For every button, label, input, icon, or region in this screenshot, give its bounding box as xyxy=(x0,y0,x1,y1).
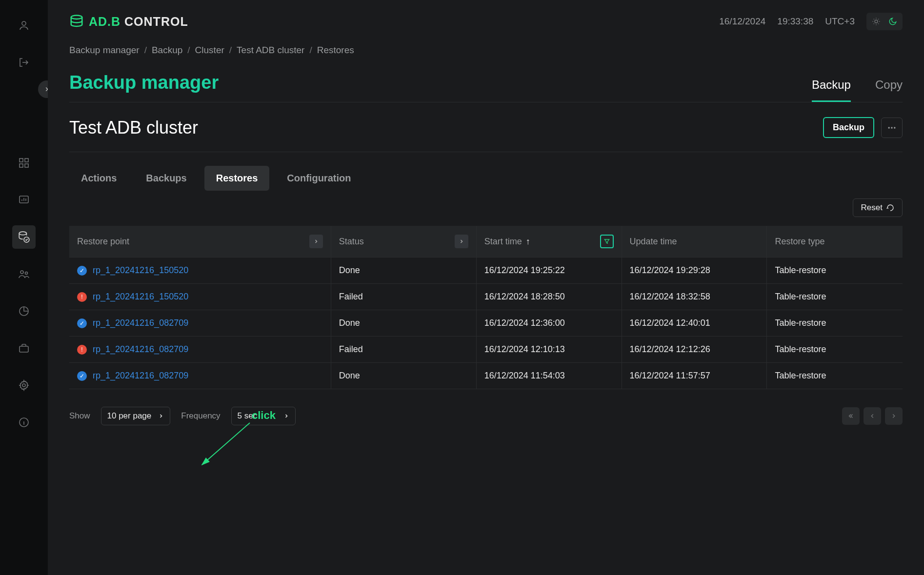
topbar-timezone: UTC+3 xyxy=(825,16,855,27)
table-row: ✓rp_1_20241216_082709Done16/12/2024 12:3… xyxy=(69,310,903,337)
pager-right xyxy=(842,407,903,425)
pager-next-button[interactable] xyxy=(885,407,903,425)
svg-rect-3 xyxy=(20,164,23,167)
status-ok-icon: ✓ xyxy=(77,371,87,381)
cell-update-time: 16/12/2024 12:12:26 xyxy=(622,337,767,363)
show-select[interactable]: 10 per page xyxy=(101,407,171,425)
sub-tabs: Actions Backups Restores Configuration xyxy=(69,166,903,191)
col-restore-point[interactable]: Restore point xyxy=(77,237,129,247)
status-fail-icon: ! xyxy=(77,292,87,302)
cell-restore-type: Table-restore xyxy=(767,363,903,389)
tab-copy[interactable]: Copy xyxy=(875,78,903,102)
status-ok-icon: ✓ xyxy=(77,318,87,328)
reset-button[interactable]: Reset xyxy=(853,198,903,217)
svg-point-16 xyxy=(888,127,890,128)
col-start-time[interactable]: Start time↑ xyxy=(484,237,530,247)
chevron-right-icon xyxy=(158,413,164,419)
cell-restore-type: Table-restore xyxy=(767,258,903,284)
cell-update-time: 16/12/2024 18:32:58 xyxy=(622,284,767,310)
cluster-header: Test ADB cluster Backup xyxy=(69,117,903,152)
tab-backup[interactable]: Backup xyxy=(812,78,851,102)
pager-prev-button[interactable] xyxy=(864,407,881,425)
cell-update-time: 16/12/2024 11:57:57 xyxy=(622,363,767,389)
svg-line-19 xyxy=(202,423,250,465)
cluster-title: Test ADB cluster xyxy=(69,118,198,138)
sidebar-user-icon[interactable] xyxy=(12,14,36,37)
table-row: !rp_1_20241216_082709Failed16/12/2024 12… xyxy=(69,337,903,363)
breadcrumb-item[interactable]: Backup manager xyxy=(69,45,140,56)
topbar-right: 16/12/2024 19:33:38 UTC+3 xyxy=(719,13,903,30)
svg-rect-4 xyxy=(25,164,28,167)
subtab-actions[interactable]: Actions xyxy=(69,166,128,191)
col-update-time[interactable]: Update time xyxy=(630,237,677,247)
cell-start-time: 16/12/2024 19:25:22 xyxy=(476,258,622,284)
more-actions-button[interactable] xyxy=(881,118,903,138)
page-head: Backup manager Backup Copy xyxy=(69,72,903,102)
reset-button-label: Reset xyxy=(861,203,883,213)
subtab-configuration[interactable]: Configuration xyxy=(275,166,362,191)
sidebar-dashboard-icon[interactable] xyxy=(12,151,36,175)
col-status[interactable]: Status xyxy=(339,237,364,247)
table-row: !rp_1_20241216_150520Failed16/12/2024 18… xyxy=(69,284,903,310)
theme-light-button[interactable] xyxy=(868,15,884,28)
main-panel: AD.B CONTROL 16/12/2024 19:33:38 UTC+3 B… xyxy=(48,0,924,575)
svg-point-14 xyxy=(71,16,82,20)
page-title: Backup manager xyxy=(69,72,219,102)
svg-rect-2 xyxy=(25,159,28,162)
cell-update-time: 16/12/2024 12:40:01 xyxy=(622,310,767,337)
col-restore-type[interactable]: Restore type xyxy=(775,237,824,247)
topbar-date: 16/12/2024 xyxy=(719,16,765,27)
restore-point-link[interactable]: rp_1_20241216_150520 xyxy=(93,292,188,302)
sidebar-jobs-icon[interactable] xyxy=(12,337,36,360)
pager-first-button[interactable] xyxy=(842,407,860,425)
cell-start-time: 16/12/2024 11:54:03 xyxy=(476,363,622,389)
cell-status: Done xyxy=(331,310,476,337)
table-row: ✓rp_1_20241216_150520Done16/12/2024 19:2… xyxy=(69,258,903,284)
breadcrumb-item[interactable]: Test ADB cluster xyxy=(237,45,304,56)
sidebar-users-icon[interactable] xyxy=(12,262,36,286)
col-expand-icon[interactable] xyxy=(309,235,323,248)
cell-restore-type: Table-restore xyxy=(767,284,903,310)
svg-point-15 xyxy=(875,20,878,23)
subtab-backups[interactable]: Backups xyxy=(134,166,198,191)
breadcrumb-item[interactable]: Backup xyxy=(152,45,182,56)
sidebar-logout-icon[interactable] xyxy=(12,51,36,74)
sidebar-settings-icon[interactable] xyxy=(12,374,36,397)
svg-point-8 xyxy=(20,271,23,274)
cell-status: Done xyxy=(331,363,476,389)
breadcrumb-item[interactable]: Restores xyxy=(317,45,354,56)
cell-restore-type: Table-restore xyxy=(767,337,903,363)
cell-start-time: 16/12/2024 18:28:50 xyxy=(476,284,622,310)
svg-rect-11 xyxy=(20,346,28,352)
sidebar-monitor-icon[interactable] xyxy=(12,188,36,212)
cell-status: Failed xyxy=(331,337,476,363)
col-expand-icon[interactable] xyxy=(455,235,468,248)
pager: Show 10 per page Frequency 5 sec xyxy=(69,407,903,425)
restores-table: Restore point Status Start time↑ xyxy=(69,226,903,389)
cell-restore-type: Table-restore xyxy=(767,310,903,337)
breadcrumb: Backup manager/ Backup/ Cluster/ Test AD… xyxy=(69,45,903,56)
backup-button[interactable]: Backup xyxy=(823,117,874,138)
annotation-label: click xyxy=(252,409,276,422)
chevron-right-icon xyxy=(283,413,289,419)
sidebar-chart-icon[interactable] xyxy=(12,299,36,323)
restore-point-link[interactable]: rp_1_20241216_082709 xyxy=(93,344,188,355)
cell-status: Done xyxy=(331,258,476,284)
topbar-time: 19:33:38 xyxy=(777,16,813,27)
restore-point-link[interactable]: rp_1_20241216_150520 xyxy=(93,265,188,276)
restore-point-link[interactable]: rp_1_20241216_082709 xyxy=(93,371,188,381)
sidebar-backup-icon[interactable] xyxy=(12,225,36,249)
svg-point-6 xyxy=(19,232,26,235)
breadcrumb-item[interactable]: Cluster xyxy=(195,45,224,56)
cell-update-time: 16/12/2024 19:29:28 xyxy=(622,258,767,284)
svg-point-17 xyxy=(891,127,892,128)
sidebar-info-icon[interactable] xyxy=(12,411,36,434)
subtab-restores[interactable]: Restores xyxy=(204,166,270,191)
svg-point-18 xyxy=(894,127,895,128)
filter-icon[interactable] xyxy=(600,235,614,248)
theme-dark-button[interactable] xyxy=(885,15,901,28)
restore-point-link[interactable]: rp_1_20241216_082709 xyxy=(93,318,188,328)
topbar: AD.B CONTROL 16/12/2024 19:33:38 UTC+3 xyxy=(69,0,903,45)
show-label: Show xyxy=(69,411,90,421)
page-tabs: Backup Copy xyxy=(812,78,903,102)
